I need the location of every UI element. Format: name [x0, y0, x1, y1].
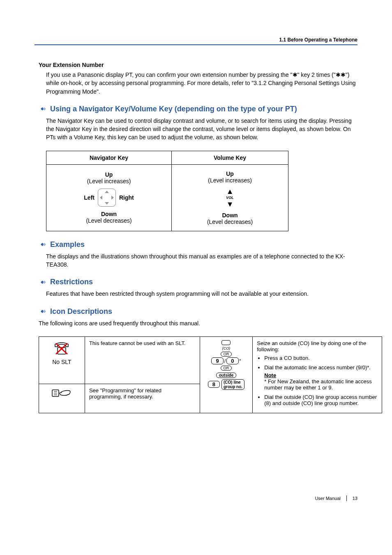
- co-line-diagram: (CO) OR 9 / 0 * OR outside 8 (CO) line g…: [200, 336, 253, 413]
- navigator-volume-table: Navigator Key Volume Key Up (Level incre…: [46, 151, 288, 231]
- extension-heading: Your Extension Number: [39, 62, 357, 68]
- examples-body: The displays and the illustrations shown…: [46, 252, 357, 269]
- svg-marker-7: [43, 310, 46, 313]
- nav-key-cell: Up (Level increases) Left Right Down (Le…: [46, 164, 172, 231]
- no-slt-label: No SLT: [43, 359, 81, 365]
- diamond-icon: [39, 106, 47, 112]
- examples-title: Examples: [50, 240, 85, 249]
- footer-divider: [346, 495, 347, 501]
- footer-page: 13: [353, 496, 357, 501]
- nav-col2-header: Volume Key: [172, 151, 288, 164]
- no-slt-icon-cell: No SLT: [39, 336, 85, 384]
- programming-desc: See "Programming" for related programmin…: [85, 384, 200, 413]
- navigator-body: The Navigator Key can be used to control…: [46, 117, 357, 142]
- programming-hand-icon: [51, 387, 72, 399]
- no-slt-desc: This feature cannot be used with an SLT.: [85, 336, 200, 384]
- svg-marker-1: [43, 107, 46, 111]
- co-line-description: Seize an outside (CO) line by doing one …: [253, 336, 382, 413]
- volume-key-icon: ▲ VOL ▼: [177, 188, 283, 208]
- breadcrumb: 1.1 Before Operating a Telephone: [35, 37, 357, 43]
- co-button-icon: [221, 340, 231, 345]
- navigator-title: Using a Navigator Key/Volume Key (depend…: [50, 105, 297, 113]
- navigator-section-title: Using a Navigator Key/Volume Key (depend…: [39, 105, 357, 113]
- volume-key-cell: Up (Level increases) ▲ VOL ▼ Down (Level…: [172, 164, 288, 231]
- header-rule: [35, 44, 357, 45]
- no-slt-telephone-icon: [53, 340, 71, 357]
- icon-descriptions-table: No SLT This feature cannot be used with …: [39, 336, 382, 413]
- extension-body: If you use a Panasonic display PT, you c…: [46, 71, 357, 96]
- restrictions-body: Features that have been restricted throu…: [46, 290, 357, 298]
- diamond-icon: [39, 308, 47, 315]
- svg-marker-3: [43, 243, 46, 246]
- diamond-icon: [39, 241, 47, 248]
- examples-section-title: Examples: [39, 240, 357, 249]
- restrictions-title: Restrictions: [50, 278, 93, 286]
- footer-manual: User Manual: [315, 496, 340, 501]
- icons-section-title: Icon Descriptions: [39, 307, 357, 316]
- diamond-icon: [39, 279, 47, 286]
- icons-title: Icon Descriptions: [50, 307, 112, 316]
- page-footer: User Manual 13: [35, 495, 357, 501]
- restrictions-section-title: Restrictions: [39, 278, 357, 286]
- nav-col1-header: Navigator Key: [46, 151, 172, 164]
- svg-marker-5: [43, 281, 46, 284]
- navigator-key-icon: [98, 189, 116, 207]
- icons-body: The following icons are used frequently …: [39, 319, 357, 327]
- programming-icon-cell: [39, 384, 85, 413]
